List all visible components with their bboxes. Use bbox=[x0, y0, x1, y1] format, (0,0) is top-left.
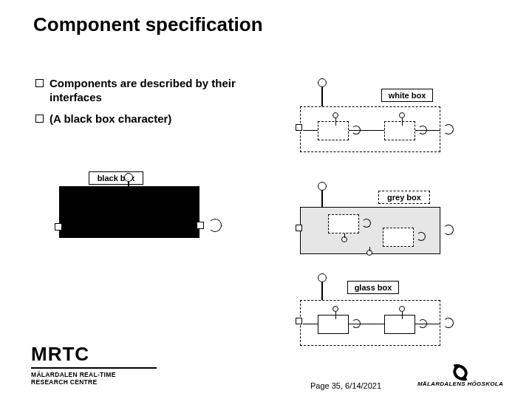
inner-component bbox=[318, 315, 349, 334]
port-icon bbox=[55, 223, 62, 231]
lollipop-icon bbox=[318, 273, 327, 282]
port-icon bbox=[197, 222, 204, 229]
lollipop-icon bbox=[399, 112, 405, 118]
lollipop-stem bbox=[369, 247, 370, 251]
glass-box-label: glass box bbox=[347, 281, 399, 294]
lollipop-stem bbox=[335, 118, 336, 126]
mrtc-line1: MÄLARDALEN REAL-TIME bbox=[31, 371, 157, 378]
bullet-glyph-icon bbox=[35, 79, 44, 87]
mrtc-acronym: MRTC bbox=[31, 343, 157, 366]
required-interface-icon bbox=[208, 219, 222, 232]
inner-component bbox=[384, 315, 415, 334]
bullet-item: Components are described by their interf… bbox=[35, 77, 265, 105]
connector-line bbox=[303, 130, 318, 131]
lollipop-stem bbox=[321, 87, 323, 106]
bullet-text: Components are described by their interf… bbox=[50, 77, 265, 105]
inner-component bbox=[328, 214, 359, 233]
required-interface-icon bbox=[443, 124, 454, 134]
lollipop-icon bbox=[318, 78, 327, 87]
lollipop-icon bbox=[332, 112, 338, 118]
bullet-list: Components are described by their interf… bbox=[35, 77, 265, 133]
lollipop-icon bbox=[318, 182, 327, 191]
connector-line bbox=[349, 130, 384, 131]
white-box-label: white box bbox=[381, 89, 433, 102]
lollipop-icon bbox=[399, 306, 405, 312]
black-box-body bbox=[59, 186, 200, 238]
lollipop-stem bbox=[335, 312, 336, 319]
mdh-name: MÄLARDALENS HÖGSKOLA bbox=[405, 381, 516, 387]
port-icon bbox=[296, 124, 302, 131]
divider bbox=[31, 367, 157, 369]
required-interface-icon bbox=[362, 219, 371, 228]
grey-box-label: grey box bbox=[378, 191, 430, 204]
required-interface-icon bbox=[417, 232, 426, 241]
mrtc-logo: MRTC MÄLARDALEN REAL-TIME RESEARCH CENTR… bbox=[31, 343, 157, 386]
lollipop-stem bbox=[402, 312, 403, 319]
port-icon bbox=[296, 225, 302, 231]
grey-box-body bbox=[300, 207, 440, 254]
connector-line bbox=[415, 324, 440, 324]
inner-component bbox=[383, 228, 414, 247]
bullet-text: (A black box character) bbox=[50, 112, 171, 126]
bullet-item: (A black box character) bbox=[35, 112, 265, 126]
lollipop-icon bbox=[332, 306, 338, 312]
mdh-swirl-icon bbox=[449, 363, 472, 379]
inner-component bbox=[318, 121, 349, 140]
grey-box-diagram: grey box bbox=[296, 188, 458, 262]
black-box-diagram: black box bbox=[59, 171, 229, 245]
lollipop-stem bbox=[344, 233, 345, 238]
black-box-label: black box bbox=[89, 171, 143, 185]
lollipop-stem bbox=[128, 182, 129, 201]
glass-box-diagram: glass box bbox=[296, 279, 458, 353]
required-interface-icon bbox=[443, 318, 454, 328]
required-interface-icon bbox=[443, 225, 454, 235]
slide-title: Component specification bbox=[33, 13, 263, 36]
connector-line bbox=[415, 130, 440, 131]
mdh-logo: MÄLARDALENS HÖGSKOLA bbox=[405, 363, 516, 387]
mrtc-line2: RESEARCH CENTRE bbox=[31, 378, 157, 386]
white-box-diagram: white box bbox=[296, 86, 458, 160]
lollipop-stem bbox=[321, 191, 323, 207]
lollipop-stem bbox=[321, 282, 323, 300]
port-icon bbox=[296, 318, 302, 324]
connector-line bbox=[303, 324, 318, 324]
lollipop-stem bbox=[402, 118, 403, 126]
bullet-glyph-icon bbox=[35, 115, 44, 123]
inner-component bbox=[384, 121, 415, 140]
lollipop-icon bbox=[124, 173, 133, 182]
page-footer: Page 35, 6/14/2021 bbox=[310, 381, 381, 390]
connector-line bbox=[349, 324, 384, 324]
